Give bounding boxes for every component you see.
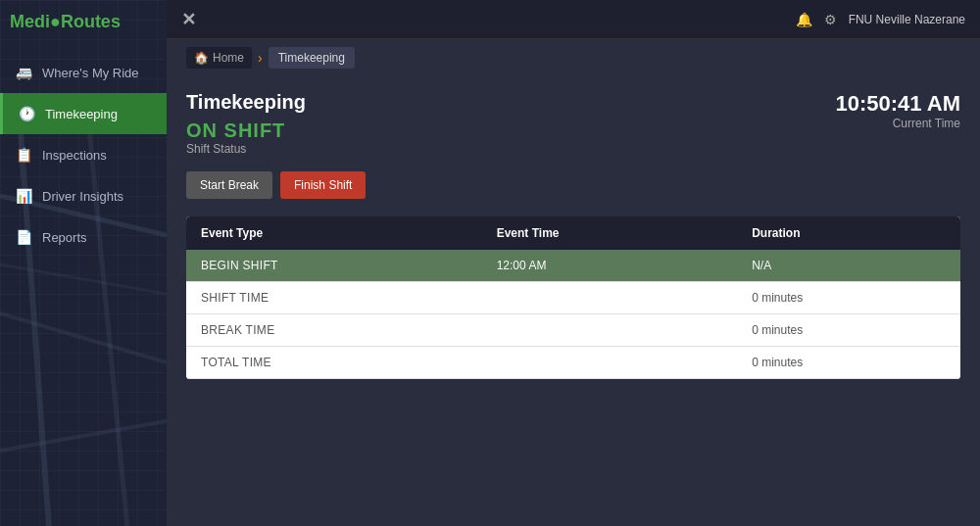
sidebar-item-label: Driver Insights bbox=[42, 189, 123, 204]
table-row: SHIFT TIME0 minutes bbox=[186, 282, 960, 314]
sidebar-item-label: Timekeeping bbox=[45, 107, 118, 121]
cell-event-type: SHIFT TIME bbox=[186, 282, 482, 314]
col-event-type: Event Type bbox=[186, 216, 482, 250]
topbar: ✕ 🔔 ⚙ FNU Neville Nazerane bbox=[167, 0, 980, 39]
breadcrumb: 🏠 Home › Timekeeping bbox=[167, 39, 980, 76]
start-break-button[interactable]: Start Break bbox=[186, 171, 272, 199]
page-body: Timekeeping ON SHIFT Shift Status 10:50:… bbox=[167, 76, 980, 526]
sidebar-item-label: Where's My Ride bbox=[42, 66, 139, 80]
cell-event-type: TOTAL TIME bbox=[186, 347, 482, 379]
sidebar-item-reports[interactable]: 📄 Reports bbox=[0, 216, 167, 258]
cell-duration: N/A bbox=[737, 250, 960, 282]
sidebar-item-wheres-my-ride[interactable]: 🚐 Where's My Ride bbox=[0, 52, 167, 93]
app-logo: Medi●Routes bbox=[0, 0, 167, 44]
cell-duration: 0 minutes bbox=[737, 314, 960, 347]
current-time-value: 10:50:41 AM bbox=[835, 91, 960, 117]
sidebar-item-label: Reports bbox=[42, 230, 87, 245]
table-row: TOTAL TIME0 minutes bbox=[186, 347, 960, 379]
sidebar-item-timekeeping[interactable]: 🕐 Timekeeping bbox=[0, 93, 167, 134]
topbar-right: 🔔 ⚙ FNU Neville Nazerane bbox=[796, 12, 965, 27]
action-buttons: Start Break Finish Shift bbox=[186, 171, 960, 199]
cell-event-time: 12:00 AM bbox=[482, 250, 738, 282]
main-navigation: 🚐 Where's My Ride 🕐 Timekeeping 📋 Inspec… bbox=[0, 52, 167, 258]
sidebar-item-inspections[interactable]: 📋 Inspections bbox=[0, 134, 167, 175]
page-title: Timekeeping bbox=[186, 91, 306, 114]
document-icon: 📄 bbox=[15, 228, 32, 246]
sidebar: Medi●Routes 🚐 Where's My Ride 🕐 Timekeep… bbox=[0, 0, 167, 526]
sidebar-item-driver-insights[interactable]: 📊 Driver Insights bbox=[0, 175, 167, 216]
top-row: Timekeeping ON SHIFT Shift Status 10:50:… bbox=[186, 91, 960, 167]
shift-info-block: Timekeeping ON SHIFT Shift Status bbox=[186, 91, 306, 167]
breadcrumb-separator: › bbox=[258, 50, 263, 66]
shift-status: ON SHIFT bbox=[186, 120, 306, 142]
user-name: FNU Neville Nazerane bbox=[849, 13, 965, 26]
finish-shift-button[interactable]: Finish Shift bbox=[280, 171, 366, 199]
breadcrumb-home-label: Home bbox=[213, 51, 244, 65]
home-icon: 🏠 bbox=[194, 51, 209, 65]
breadcrumb-current: Timekeeping bbox=[269, 47, 355, 69]
cell-event-type: Begin Shift bbox=[186, 250, 482, 282]
settings-icon[interactable]: ⚙ bbox=[824, 12, 837, 27]
table-row: BREAK TIME0 minutes bbox=[186, 314, 960, 347]
cell-event-time bbox=[482, 314, 738, 347]
car-icon: 🚐 bbox=[15, 64, 32, 81]
breadcrumb-home[interactable]: 🏠 Home bbox=[186, 47, 252, 69]
col-event-time: Event Time bbox=[482, 216, 738, 250]
logo-text: Medi●Routes bbox=[10, 12, 121, 32]
svg-line-4 bbox=[0, 421, 167, 451]
cell-duration: 0 minutes bbox=[737, 347, 960, 379]
cell-event-type: BREAK TIME bbox=[186, 314, 482, 347]
cell-event-time bbox=[482, 347, 738, 379]
main-content: ✕ 🔔 ⚙ FNU Neville Nazerane 🏠 Home › Time… bbox=[167, 0, 980, 526]
table-body: Begin Shift12:00 AMN/ASHIFT TIME0 minute… bbox=[186, 250, 960, 379]
header-row: Event Type Event Time Duration bbox=[186, 216, 960, 250]
clipboard-icon: 📋 bbox=[15, 146, 32, 164]
clock-icon: 🕐 bbox=[18, 105, 35, 122]
sidebar-item-label: Inspections bbox=[42, 148, 107, 163]
timekeeping-table: Event Type Event Time Duration Begin Shi… bbox=[186, 216, 960, 379]
chart-icon: 📊 bbox=[15, 187, 32, 205]
table-header: Event Type Event Time Duration bbox=[186, 216, 960, 250]
close-button[interactable]: ✕ bbox=[181, 9, 196, 30]
col-duration: Duration bbox=[737, 216, 960, 250]
svg-line-2 bbox=[0, 313, 167, 362]
shift-status-sub: Shift Status bbox=[186, 142, 306, 156]
cell-duration: 0 minutes bbox=[737, 282, 960, 314]
cell-event-time bbox=[482, 282, 738, 314]
current-time-label: Current Time bbox=[835, 117, 960, 130]
notification-icon[interactable]: 🔔 bbox=[796, 12, 812, 27]
svg-line-5 bbox=[0, 264, 167, 294]
table-row: Begin Shift12:00 AMN/A bbox=[186, 250, 960, 282]
current-time-block: 10:50:41 AM Current Time bbox=[835, 91, 960, 130]
